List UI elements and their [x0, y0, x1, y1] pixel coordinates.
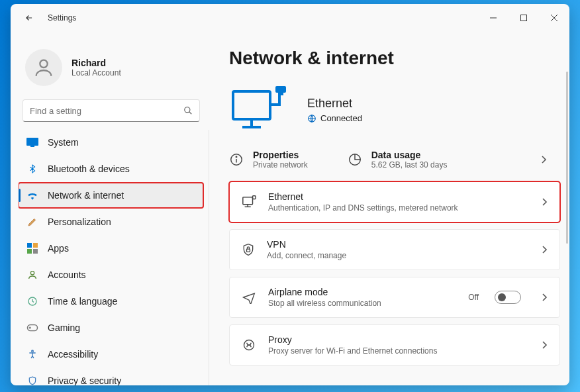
connection-name: Ethernet: [307, 97, 362, 111]
apps-icon: [26, 242, 38, 254]
chart-icon: [348, 152, 362, 167]
sidebar: Richard Local Account System Bluetooth &…: [11, 32, 209, 385]
properties-title: Properties: [253, 150, 308, 160]
maximize-button[interactable]: [508, 7, 539, 28]
chevron-right-icon: [540, 155, 560, 164]
profile-block[interactable]: Richard Local Account: [19, 40, 204, 99]
properties-sub: Private network: [253, 160, 308, 170]
nav-accessibility[interactable]: Accessibility: [19, 342, 203, 367]
search-input[interactable]: [30, 106, 183, 116]
brush-icon: [26, 216, 38, 228]
card-title: VPN: [267, 239, 346, 250]
accounts-icon: [26, 269, 38, 281]
nav-label: Time & language: [48, 296, 117, 307]
window-controls: [478, 7, 569, 28]
page-title: Network & internet: [229, 48, 560, 69]
globe-icon: [307, 114, 316, 123]
svg-point-11: [30, 271, 34, 275]
card-title: Proxy: [268, 334, 437, 345]
shield-icon: [26, 375, 38, 385]
airplane-toggle[interactable]: [495, 291, 521, 304]
profile-name: Richard: [72, 58, 121, 68]
card-title: Airplane mode: [268, 287, 381, 297]
avatar: [25, 49, 62, 86]
settings-window: Settings Richard Local Account: [11, 4, 569, 385]
search-box[interactable]: [23, 99, 200, 122]
chevron-right-icon: [541, 293, 548, 302]
nav-time-language[interactable]: Time & language: [19, 289, 203, 314]
system-icon: [26, 136, 38, 148]
card-sub: Authentication, IP and DNS settings, met…: [268, 203, 458, 213]
svg-point-3: [185, 107, 190, 113]
nav-label: Network & internet: [48, 190, 124, 201]
vpn-shield-icon: [242, 242, 255, 257]
nav-label: Bluetooth & devices: [48, 164, 130, 174]
nav-apps[interactable]: Apps: [19, 236, 203, 261]
vpn-card[interactable]: VPN Add, connect, manage: [229, 229, 560, 270]
nav-system[interactable]: System: [19, 130, 203, 155]
gaming-icon: [26, 322, 38, 334]
airplane-card[interactable]: Airplane mode Stop all wireless communic…: [229, 277, 560, 318]
svg-point-23: [236, 156, 236, 157]
nav-label: Personalization: [48, 217, 111, 227]
chevron-right-icon: [541, 197, 548, 207]
ethernet-icon: [242, 195, 256, 209]
svg-rect-29: [247, 249, 250, 252]
nav-label: Privacy & security: [48, 375, 121, 385]
chevron-right-icon: [541, 245, 548, 254]
nav-label: Accessibility: [48, 349, 98, 360]
svg-rect-28: [253, 196, 256, 199]
svg-rect-8: [33, 243, 38, 248]
scrollbar[interactable]: [566, 72, 568, 244]
card-sub: Proxy server for Wi-Fi and Ethernet conn…: [268, 346, 437, 356]
properties-link[interactable]: Properties Private network: [229, 150, 308, 170]
proxy-icon: [242, 338, 256, 352]
nav-label: Gaming: [48, 322, 80, 333]
card-sub: Stop all wireless communication: [268, 299, 381, 308]
svg-rect-15: [233, 91, 270, 119]
svg-rect-25: [243, 197, 253, 205]
main-content: Network & internet Ethernet: [209, 32, 569, 385]
close-button[interactable]: [539, 7, 569, 28]
nav-label: System: [48, 137, 79, 148]
svg-rect-10: [33, 249, 38, 254]
connection-state: Connected: [320, 113, 362, 123]
svg-point-2: [40, 60, 47, 68]
svg-rect-9: [27, 249, 32, 254]
window-title: Settings: [48, 13, 76, 23]
svg-rect-5: [26, 138, 38, 146]
back-button[interactable]: [21, 10, 37, 26]
svg-rect-18: [275, 86, 286, 93]
accessibility-icon: [26, 348, 38, 360]
nav-list: System Bluetooth & devices Network & int…: [19, 130, 209, 385]
clock-icon: [26, 295, 38, 307]
wifi-icon: [26, 189, 38, 201]
minimize-button[interactable]: [478, 7, 508, 28]
airplane-icon: [242, 291, 256, 304]
card-title: Ethernet: [268, 191, 458, 202]
ethernet-card[interactable]: Ethernet Authentication, IP and DNS sett…: [229, 181, 560, 222]
nav-gaming[interactable]: Gaming: [19, 315, 203, 340]
nav-privacy[interactable]: Privacy & security: [19, 368, 203, 385]
nav-accounts[interactable]: Accounts: [19, 262, 203, 287]
data-usage-sub: 5.62 GB, last 30 days: [371, 160, 448, 170]
bluetooth-icon: [26, 163, 38, 175]
info-row: Properties Private network Data usage 5.…: [229, 144, 560, 181]
data-usage-title: Data usage: [371, 150, 448, 160]
toggle-state: Off: [468, 293, 479, 302]
nav-personalization[interactable]: Personalization: [19, 209, 203, 234]
svg-rect-1: [521, 15, 527, 21]
svg-rect-6: [30, 146, 34, 147]
nav-network[interactable]: Network & internet: [19, 183, 203, 208]
computer-ethernet-icon: [229, 83, 293, 136]
connection-status: Ethernet Connected: [229, 83, 560, 136]
nav-label: Accounts: [48, 270, 86, 280]
proxy-card[interactable]: Proxy Proxy server for Wi-Fi and Etherne…: [229, 324, 560, 366]
card-sub: Add, connect, manage: [267, 251, 346, 260]
info-icon: [229, 152, 244, 167]
nav-bluetooth[interactable]: Bluetooth & devices: [19, 156, 203, 181]
chevron-right-icon: [541, 340, 548, 350]
svg-rect-7: [27, 243, 32, 248]
data-usage-link[interactable]: Data usage 5.62 GB, last 30 days: [348, 150, 560, 170]
svg-rect-19: [278, 93, 283, 95]
